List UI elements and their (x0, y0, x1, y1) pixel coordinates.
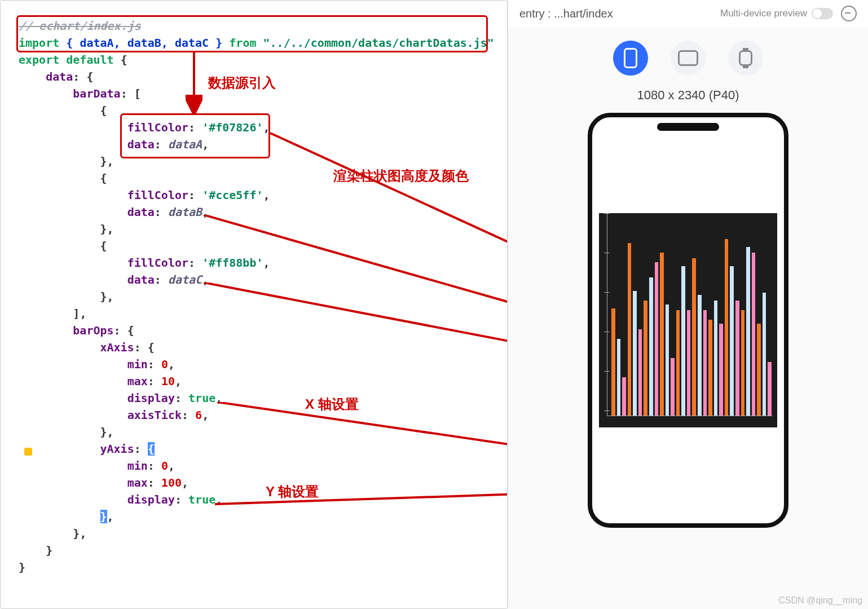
resolution-label: 1080 x 2340 (P40) (508, 88, 868, 103)
device-tv-button[interactable] (671, 41, 706, 76)
bar (638, 329, 642, 416)
bar (633, 291, 637, 416)
bar (671, 358, 675, 416)
bar (708, 320, 712, 416)
y-axis (607, 213, 607, 416)
bar (622, 377, 626, 416)
bar (655, 262, 659, 416)
bar (681, 266, 685, 416)
bar (768, 362, 772, 416)
device-watch-button[interactable] (728, 41, 763, 76)
entry-label: entry : ...hart/index (519, 7, 712, 20)
bar (741, 310, 745, 416)
annotation-render-bars: 渲染柱状图高度及颜色 (333, 167, 469, 185)
bar (714, 301, 718, 416)
watermark: CSDN @qing__ming (778, 595, 862, 606)
chart-preview (599, 213, 777, 427)
bars-group (611, 219, 772, 416)
bar (660, 253, 664, 416)
y-tick (604, 332, 610, 332)
annotation-y-axis: Y 轴设置 (266, 483, 319, 501)
bar (644, 301, 647, 416)
bar (735, 301, 739, 416)
y-tick (604, 371, 610, 372)
preview-panel: entry : ...hart/index Multi-device previ… (508, 0, 868, 609)
bar (692, 258, 696, 416)
preview-header: entry : ...hart/index Multi-device previ… (508, 0, 868, 27)
bar (719, 324, 723, 416)
bar (617, 339, 621, 416)
y-tick (604, 213, 610, 214)
bar (666, 304, 669, 416)
bar (752, 253, 756, 416)
code-editor[interactable]: // echart/index.js import { dataA, dataB… (0, 0, 508, 609)
lightbulb-icon[interactable] (24, 448, 32, 456)
code-comment: // echart/index.js (19, 19, 141, 33)
bar (611, 308, 615, 416)
toggle-icon[interactable] (812, 8, 833, 19)
y-tick (604, 411, 610, 411)
y-tick (604, 253, 610, 253)
y-tick (604, 292, 610, 293)
bar (687, 310, 691, 416)
tv-icon (678, 50, 698, 66)
annotation-x-axis: X 轴设置 (305, 395, 359, 413)
bar (649, 277, 653, 416)
device-phone-button[interactable] (613, 41, 648, 76)
bar (730, 266, 734, 416)
device-selector (508, 41, 868, 76)
multi-device-toggle[interactable]: Multi-device preview (720, 8, 833, 19)
bar (746, 247, 750, 416)
zoom-out-icon[interactable] (841, 6, 857, 21)
bar (703, 310, 707, 416)
bar (628, 243, 632, 416)
bar (725, 239, 729, 416)
watch-icon (739, 50, 752, 66)
device-frame (588, 113, 788, 528)
x-axis (607, 416, 773, 416)
phone-icon (624, 48, 637, 68)
bar (698, 295, 702, 416)
bar (763, 293, 766, 416)
annotation-data-source: 数据源引入 (208, 74, 276, 92)
bar (676, 310, 680, 416)
bar (757, 324, 761, 416)
